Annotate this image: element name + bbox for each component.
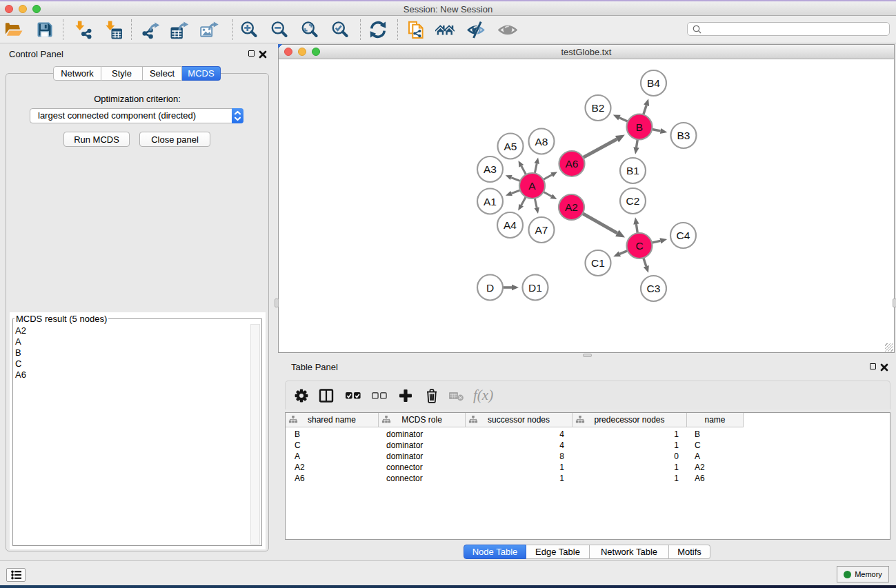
svg-text:B: B xyxy=(636,121,643,133)
svg-text:B4: B4 xyxy=(647,77,660,89)
svg-text:A4: A4 xyxy=(504,219,517,231)
svg-text:C3: C3 xyxy=(647,283,661,294)
svg-text:C: C xyxy=(635,240,643,252)
svg-text:B3: B3 xyxy=(677,130,690,141)
svg-text:A3: A3 xyxy=(484,163,497,175)
svg-text:A: A xyxy=(528,180,536,192)
svg-text:A8: A8 xyxy=(535,136,548,148)
svg-text:B1: B1 xyxy=(626,165,639,176)
svg-text:A7: A7 xyxy=(535,224,548,236)
svg-text:A1: A1 xyxy=(484,196,497,207)
svg-text:C4: C4 xyxy=(677,230,690,241)
svg-text:A6: A6 xyxy=(566,158,579,170)
svg-text:C1: C1 xyxy=(591,257,605,269)
svg-text:A5: A5 xyxy=(504,141,517,152)
svg-text:D1: D1 xyxy=(528,282,542,294)
svg-text:B2: B2 xyxy=(592,102,605,114)
svg-text:A2: A2 xyxy=(565,201,578,213)
svg-text:C2: C2 xyxy=(626,195,640,207)
svg-text:D: D xyxy=(486,282,494,294)
